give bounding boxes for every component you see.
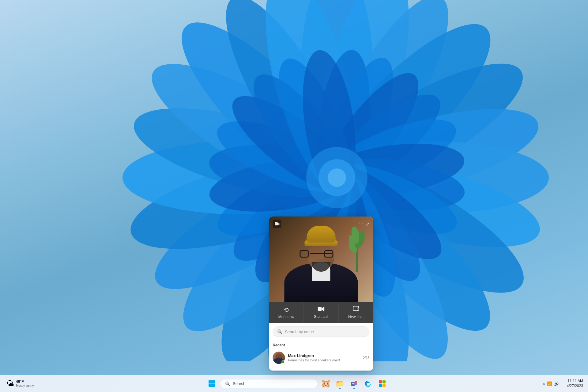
meet-now-button[interactable]: ⟲ Meet now xyxy=(269,302,304,323)
taskbar-pinned-apps: 🐹 📁 T 3 xyxy=(319,377,389,390)
svg-rect-67 xyxy=(212,384,216,387)
taskbar-left: 🌤 46°F Mostly sunny xyxy=(0,378,67,390)
weather-info: 46°F Mostly sunny xyxy=(16,379,34,387)
weather-temperature: 46°F xyxy=(16,379,34,384)
taskbar-search-text: Search xyxy=(233,381,245,386)
svg-rect-64 xyxy=(209,380,212,384)
hamster-icon: 🐹 xyxy=(321,379,331,388)
svg-rect-75 xyxy=(379,384,382,387)
svg-marker-58 xyxy=(322,307,324,311)
meet-now-label: Meet now xyxy=(278,315,294,319)
teams-recent-section: Recent Max Lindgren Panos has the best s… xyxy=(269,341,373,371)
contact-name: Max Lindgren xyxy=(288,353,360,358)
contact-time: 2/15 xyxy=(363,356,369,360)
search-placeholder-text: Search by name xyxy=(285,330,314,334)
video-person xyxy=(269,217,373,302)
date-display: 4/27/2023 xyxy=(567,384,583,389)
clock-widget[interactable]: 11:11 AM 4/27/2023 xyxy=(567,379,583,388)
start-call-icon xyxy=(318,306,324,313)
contact-item-max-lindgren[interactable]: Max Lindgren Panos has the best sneakers… xyxy=(273,350,369,366)
contact-last-message: Panos has the best sneakers ever! xyxy=(288,358,360,362)
svg-rect-59 xyxy=(353,306,359,311)
contact-info-max-lindgren: Max Lindgren Panos has the best sneakers… xyxy=(288,353,360,362)
svg-rect-66 xyxy=(209,384,212,387)
edge-icon xyxy=(364,380,372,388)
svg-text:T: T xyxy=(352,383,354,386)
weather-icon: 🌤 xyxy=(6,379,14,388)
teams-taskbar-icon: T 3 xyxy=(350,379,358,388)
meet-now-icon: ⟲ xyxy=(284,306,289,314)
svg-point-50 xyxy=(328,168,346,187)
taskbar-app-teams[interactable]: T 3 xyxy=(347,377,361,390)
taskbar-app-store[interactable] xyxy=(375,377,389,390)
taskbar: 🌤 46°F Mostly sunny 🔍 Search xyxy=(0,375,588,392)
teams-video-preview: ··· ⤢ xyxy=(269,217,373,302)
taskbar-search[interactable]: 🔍 Search xyxy=(220,379,318,388)
svg-rect-74 xyxy=(383,380,386,383)
svg-rect-65 xyxy=(212,380,216,384)
taskbar-search-icon: 🔍 xyxy=(225,381,230,386)
system-tray: ∧ 📶 🔊 xyxy=(543,381,559,386)
recent-header-label: Recent xyxy=(273,343,369,347)
store-icon xyxy=(378,380,386,388)
new-chat-button[interactable]: New chat xyxy=(339,302,373,323)
svg-line-62 xyxy=(357,307,358,308)
volume-icon[interactable]: 🔊 xyxy=(554,381,559,386)
start-call-label: Start call xyxy=(314,315,328,319)
windows-logo-icon xyxy=(208,380,216,387)
taskbar-right: ∧ 📶 🔊 11:11 AM 4/27/2023 xyxy=(527,379,588,388)
search-icon: 🔍 xyxy=(277,329,282,334)
start-call-button[interactable]: Start call xyxy=(304,302,339,323)
svg-rect-73 xyxy=(379,380,382,383)
taskbar-app-hamster[interactable]: 🐹 xyxy=(319,377,333,390)
weather-description: Mostly sunny xyxy=(16,384,34,388)
taskbar-divider xyxy=(563,380,563,387)
taskbar-app-explorer[interactable]: 📁 xyxy=(333,377,347,390)
taskbar-app-edge[interactable] xyxy=(361,377,375,390)
search-by-name-input[interactable]: 🔍 Search by name xyxy=(273,326,369,337)
new-chat-icon xyxy=(353,306,359,314)
weather-widget[interactable]: 🌤 46°F Mostly sunny xyxy=(4,378,36,390)
start-button[interactable] xyxy=(205,377,219,390)
teams-chat-popup: ··· ⤢ xyxy=(269,217,373,371)
show-hidden-icons-button[interactable]: ∧ xyxy=(543,382,545,386)
teams-action-bar: ⟲ Meet now Start call xyxy=(269,302,373,323)
folder-icon: 📁 xyxy=(335,379,345,388)
time-display: 11:11 AM xyxy=(567,379,583,384)
online-status-dot xyxy=(281,360,285,364)
wifi-icon[interactable]: 📶 xyxy=(547,381,552,386)
taskbar-center: 🔍 Search 🐹 📁 T 3 xyxy=(67,377,527,390)
teams-search-section: 🔍 Search by name xyxy=(269,323,373,341)
new-chat-label: New chat xyxy=(348,315,364,319)
svg-rect-57 xyxy=(318,307,322,311)
svg-rect-76 xyxy=(383,384,386,387)
